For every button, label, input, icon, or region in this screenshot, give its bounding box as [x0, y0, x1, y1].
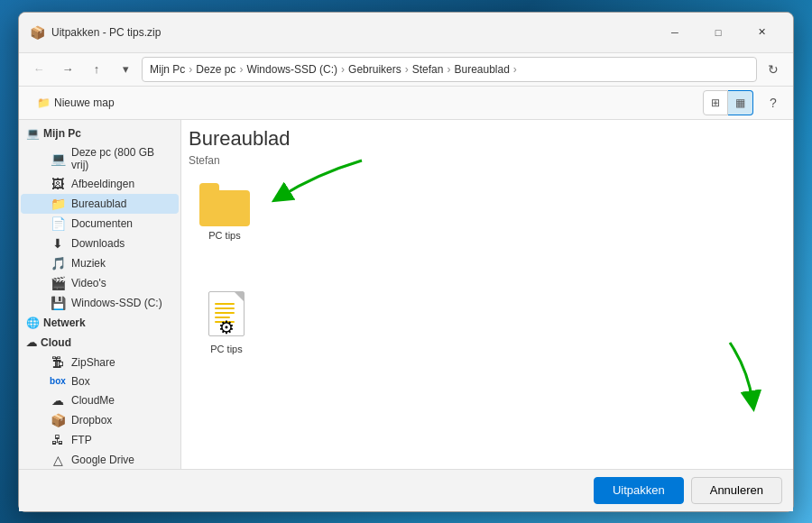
zipshare-icon: 🗜 — [50, 355, 66, 370]
dropbox-icon: 📦 — [50, 413, 66, 427]
file-label-zip: PC tips — [210, 344, 242, 354]
navigation-toolbar: ← → ↑ ▾ Mijn Pc › Deze pc › Windows-SSD … — [19, 53, 793, 87]
sidebar-section-mijnpc[interactable]: 💻 Mijn Pc — [19, 124, 180, 143]
sidebar-item-googledrive[interactable]: △ Google Drive — [21, 450, 179, 469]
maximize-button[interactable]: □ — [697, 20, 739, 45]
title-bar: 📦 Uitpakken - PC tips.zip ─ □ ✕ — [19, 13, 793, 53]
files-grid: PC tips — [189, 178, 786, 462]
minimize-button[interactable]: ─ — [654, 20, 696, 45]
up-button[interactable]: ↑ — [84, 57, 109, 82]
action-bar: 📁 Nieuwe map ⊞ ▦ ? — [19, 87, 793, 120]
googledrive-icon: △ — [50, 453, 66, 467]
sidebar-item-cloudme[interactable]: ☁ CloudMe — [21, 390, 179, 410]
documents-icon: 📄 — [50, 216, 66, 231]
sidebar-item-muziek[interactable]: 🎵 Muziek — [21, 253, 179, 273]
content-area: Bureaublad Stefan PC tips — [181, 120, 793, 469]
images-icon: 🖼 — [50, 177, 66, 191]
computer-icon: 💻 — [26, 127, 40, 140]
pc-icon: 💻 — [50, 151, 66, 166]
main-area: 💻 Mijn Pc 💻 Deze pc (800 GB vrij) 🖼 Afbe… — [19, 120, 793, 469]
forward-button[interactable]: → — [55, 57, 80, 82]
sidebar: 💻 Mijn Pc 💻 Deze pc (800 GB vrij) 🖼 Afbe… — [19, 120, 181, 469]
sidebar-item-downloads[interactable]: ⬇ Downloads — [21, 234, 179, 253]
sidebar-section-cloud[interactable]: ☁ Cloud — [19, 333, 180, 353]
network-icon: 🌐 — [26, 317, 40, 329]
cloud-icon: ☁ — [26, 336, 37, 349]
sidebar-item-zipshare[interactable]: 🗜 ZipShare — [21, 353, 179, 372]
cloudme-icon: ☁ — [50, 393, 66, 408]
zip-icon: ⚙ — [203, 291, 250, 340]
desktop-icon: 📁 — [50, 197, 66, 211]
music-icon: 🎵 — [50, 256, 66, 271]
window-icon: 📦 — [30, 25, 44, 40]
folder-plus-icon: 📁 — [37, 96, 51, 109]
file-label-folder: PC tips — [208, 230, 240, 241]
sidebar-item-bureaublad[interactable]: 📁 Bureaublad — [21, 194, 179, 214]
location-sub: Stefan — [189, 154, 786, 167]
file-item-zip[interactable]: ⚙ PC tips — [190, 286, 263, 360]
sidebar-item-box[interactable]: box Box — [21, 372, 179, 390]
help-button[interactable]: ? — [761, 90, 786, 115]
window-title: Uitpakken - PC tips.zip — [51, 26, 161, 39]
video-icon: 🎬 — [50, 276, 66, 290]
close-button[interactable]: ✕ — [741, 20, 782, 45]
ftp-icon: 🖧 — [50, 433, 66, 447]
box-icon: box — [50, 376, 66, 386]
folder-icon — [199, 183, 250, 226]
breadcrumb[interactable]: Mijn Pc › Deze pc › Windows-SSD (C:) › G… — [142, 57, 757, 82]
sidebar-item-documenten[interactable]: 📄 Documenten — [21, 214, 179, 234]
bottom-bar: Uitpakken Annuleren — [19, 469, 793, 511]
dialog-window: 📦 Uitpakken - PC tips.zip ─ □ ✕ ← → ↑ ▾ … — [18, 12, 794, 512]
sidebar-item-windowsssd[interactable]: 💾 Windows-SSD (C:) — [21, 293, 179, 313]
drive-icon: 💾 — [50, 296, 66, 310]
sidebar-item-videos[interactable]: 🎬 Video's — [21, 273, 179, 293]
downloads-icon: ⬇ — [50, 236, 66, 251]
file-item-folder[interactable]: PC tips — [189, 178, 261, 246]
recent-button[interactable]: ▾ — [113, 57, 138, 82]
sidebar-item-dropbox[interactable]: 📦 Dropbox — [21, 410, 179, 430]
extract-button[interactable]: Uitpakken — [594, 477, 684, 504]
location-title: Bureaublad — [189, 127, 786, 152]
sidebar-item-ftp[interactable]: 🖧 FTP — [21, 430, 179, 450]
sidebar-section-netwerk[interactable]: 🌐 Netwerk — [19, 313, 180, 333]
new-folder-button[interactable]: 📁 Nieuwe map — [26, 90, 125, 115]
cancel-button[interactable]: Annuleren — [691, 477, 782, 504]
refresh-button[interactable]: ↻ — [761, 57, 786, 82]
sidebar-item-dezepc[interactable]: 💻 Deze pc (800 GB vrij) — [21, 143, 179, 174]
view-large-icons-button[interactable]: ⊞ — [703, 90, 728, 115]
sidebar-item-afbeeldingen[interactable]: 🖼 Afbeeldingen — [21, 174, 179, 194]
back-button[interactable]: ← — [26, 57, 51, 82]
view-medium-icons-button[interactable]: ▦ — [728, 90, 753, 115]
